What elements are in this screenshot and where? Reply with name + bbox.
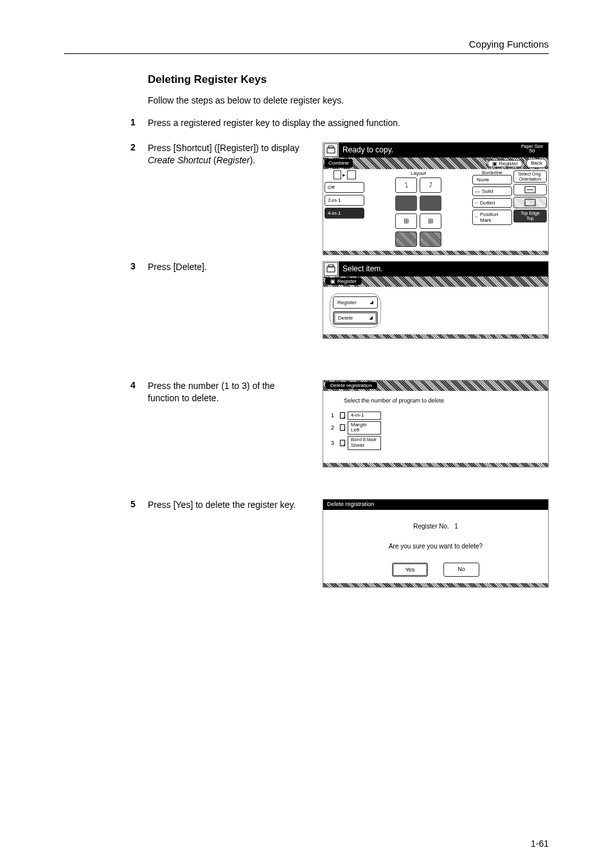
register-no-row: Register No. 1 [328, 523, 543, 530]
register-button[interactable]: ▣Register [488, 160, 522, 167]
svg-rect-3 [525, 199, 535, 206]
delete-option[interactable]: Delete [333, 311, 378, 325]
intro-text: Follow the steps as below to delete regi… [148, 95, 549, 105]
section-title: Deleting Register Keys [148, 73, 549, 86]
step-number-4: 4 [118, 380, 148, 390]
step-number-1: 1 [118, 117, 148, 127]
paper-size-indicator: Paper Size 50 [516, 143, 548, 158]
back-button[interactable]: Back [526, 159, 547, 168]
border-dotted[interactable]: ┄Dotted [472, 198, 512, 208]
layout-opt-c[interactable] [395, 195, 417, 211]
svg-rect-4 [327, 267, 335, 272]
select-orig-orientation[interactable]: Select Orig. Orientation [513, 170, 547, 183]
layout-opt-h[interactable] [420, 231, 441, 247]
layout-opt-b[interactable]: ⤴ [420, 177, 441, 193]
delete-confirm-header: Delete registration [323, 500, 548, 510]
delete-registration-tab[interactable]: Delete registration [325, 382, 377, 389]
screen2-title: Select item. [339, 262, 548, 276]
screen-select-item: Select item. ▣Register Register Delete [323, 261, 549, 339]
step-number-5: 5 [118, 499, 148, 509]
borderline-label: Borderline [472, 170, 512, 175]
step-number-2: 2 [118, 142, 148, 152]
screen1-title: Ready to copy. [339, 143, 516, 158]
layout-opt-e[interactable]: ⊞ [395, 213, 417, 229]
border-solid[interactable]: —Solid [472, 186, 512, 196]
svg-rect-0 [327, 148, 335, 153]
step-text-4: Press the number (1 to 3) of the functio… [148, 380, 308, 404]
copy-icon [324, 143, 338, 157]
step-text-1: Press a registered register key to displ… [148, 117, 400, 129]
yes-button[interactable]: Yes [392, 563, 428, 577]
step-number-3: 3 [118, 261, 148, 271]
program-item-3[interactable]: 3 Bord Erase Sheet [331, 436, 543, 450]
step-text-5: Press [Yes] to delete the register key. [148, 499, 308, 511]
program-item-2[interactable]: 2 Margin Left [331, 421, 543, 435]
program-icon [340, 412, 345, 419]
header-section: Copying Functions [64, 39, 549, 50]
orientation-icon-1[interactable] [513, 184, 547, 195]
program-icon [340, 424, 345, 431]
no-button[interactable]: No [443, 563, 479, 577]
step-text-3: Press [Delete]. [148, 261, 308, 273]
copy-icon [324, 262, 338, 276]
screen-delete-registration-list: Delete registration Select the number of… [323, 380, 549, 467]
layout-opt-a[interactable]: ⤵ [395, 177, 417, 193]
delete-sub-text: Select the number of program to delete [344, 397, 543, 404]
combine-tab[interactable]: Combine [324, 159, 353, 168]
page-number: 1-61 [531, 838, 549, 849]
header-rule [64, 53, 549, 54]
screen-delete-confirm: Delete registration Register No. 1 Are y… [323, 499, 549, 588]
layout-opt-g[interactable] [395, 231, 417, 247]
svg-rect-1 [328, 146, 333, 148]
border-none[interactable]: None [472, 175, 512, 185]
layout-opt-f[interactable]: ⊞ [420, 213, 441, 229]
layout-label: Layout [366, 170, 471, 176]
option-off[interactable]: Off [324, 182, 364, 193]
program-item-1[interactable]: 1 4-in-1 [331, 411, 543, 420]
register-delete-group: Register Delete [330, 293, 381, 328]
layout-opt-d[interactable] [420, 195, 441, 211]
screen-ready-to-copy: Ready to copy. Paper Size 50 Combine ▣Re… [323, 142, 549, 255]
register-tab[interactable]: ▣Register [325, 278, 362, 285]
program-icon [340, 440, 345, 446]
top-edge-top[interactable]: Top Edge Top [513, 210, 547, 222]
option-2in1[interactable]: 2-in-1 [324, 195, 364, 206]
border-position[interactable]: ╌Position Mark [472, 210, 512, 225]
svg-rect-5 [328, 265, 333, 267]
confirm-text: Are you sure you want to delete? [328, 543, 543, 550]
orientation-icon-2[interactable] [513, 197, 547, 208]
step-text-2: Press [Shortcut] ([Register]) to display… [148, 142, 308, 167]
combine-icon-strip: ▸ [324, 170, 364, 179]
option-4in1[interactable]: 4-in-1 [324, 208, 364, 219]
register-option[interactable]: Register [333, 296, 378, 309]
